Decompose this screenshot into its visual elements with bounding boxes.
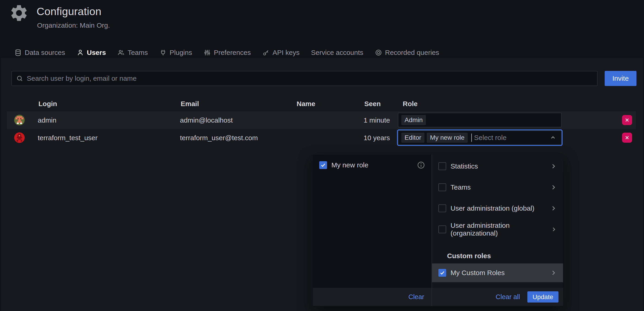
menu-option-user-administration-global[interactable]: User administration (global) — [432, 198, 563, 219]
checkbox-unchecked[interactable] — [438, 226, 446, 233]
page-subtitle: Organization: Main Org. — [37, 22, 110, 29]
info-icon[interactable] — [417, 161, 425, 169]
menu-option-label: User administration (organizational) — [450, 222, 546, 237]
header-seen: Seen — [364, 96, 381, 111]
chevron-right-icon — [550, 184, 557, 190]
menu-option-statistics[interactable]: Statistics — [432, 156, 563, 177]
page-header: Configuration Organization: Main Org. — [0, 0, 644, 45]
role-chip[interactable]: Editor — [401, 133, 424, 143]
tab-label: API keys — [272, 49, 300, 56]
role-chip[interactable]: My new role — [427, 133, 468, 143]
database-icon — [14, 49, 22, 56]
role-picker-menu: Statistics Teams User administration (gl… — [432, 154, 563, 306]
chevron-right-icon — [550, 270, 557, 276]
checkbox-unchecked[interactable] — [438, 184, 446, 191]
header-email: Email — [181, 96, 199, 111]
key-icon — [262, 49, 270, 56]
tab-label: Service accounts — [311, 49, 363, 56]
search-icon — [16, 75, 23, 82]
users-content: Invite Login Email Name Seen Role — [1, 58, 643, 311]
menu-option-teams[interactable]: Teams — [432, 177, 563, 198]
submenu-option-label: My new role — [332, 161, 368, 169]
clear-all-button[interactable]: Clear all — [496, 293, 520, 301]
avatar — [14, 132, 25, 143]
text-cursor — [471, 134, 472, 142]
tab-label: Plugins — [170, 49, 192, 56]
role-picker-submenu: My new role Clear — [313, 154, 432, 306]
chevron-up-icon[interactable] — [550, 134, 556, 141]
user-email: admin@localhost — [180, 111, 233, 129]
checkbox-unchecked[interactable] — [438, 162, 446, 170]
users-group-icon — [117, 49, 125, 56]
sliders-icon — [204, 49, 211, 56]
menu-option-my-custom-roles[interactable]: My Custom Roles — [432, 264, 563, 282]
menu-option-label: User administration (global) — [450, 204, 534, 212]
page-title: Configuration — [36, 5, 101, 18]
user-seen: 1 minute — [364, 111, 390, 129]
user-login: terraform_test_user — [38, 129, 98, 146]
header-role: Role — [403, 96, 418, 111]
role-select-admin[interactable]: Admin — [398, 113, 562, 127]
submenu-footer: Clear — [313, 288, 432, 306]
update-button[interactable]: Update — [527, 291, 558, 302]
checkbox-unchecked[interactable] — [438, 204, 446, 212]
tab-label: Users — [87, 49, 106, 56]
user-search — [12, 71, 598, 86]
check-icon — [440, 270, 445, 276]
tab-label: Recorded queries — [385, 49, 439, 56]
user-icon — [76, 49, 84, 56]
plug-icon — [160, 49, 167, 56]
users-table-header: Login Email Name Seen Role — [7, 96, 636, 111]
user-seen: 10 years — [364, 129, 390, 146]
search-input[interactable] — [27, 74, 593, 82]
user-email: terraform_user@test.com — [180, 129, 258, 146]
tab-label: Teams — [128, 49, 148, 56]
chevron-right-icon — [550, 205, 557, 212]
close-x-icon — [624, 117, 630, 123]
close-x-icon — [624, 135, 630, 140]
invite-button[interactable]: Invite — [605, 71, 636, 86]
avatar — [14, 115, 25, 125]
tab-label: Data sources — [25, 49, 65, 56]
menu-option-label: Teams — [450, 184, 471, 191]
delete-user-button[interactable] — [622, 133, 632, 143]
role-select-placeholder: Select role — [474, 134, 506, 142]
role-select-terraform-user[interactable]: Editor My new role Select role — [398, 130, 562, 145]
menu-option-label: Statistics — [450, 162, 478, 170]
check-icon — [320, 162, 326, 168]
delete-user-button[interactable] — [622, 115, 632, 125]
role-picker-dropdown: My new role Clear Statistics — [313, 154, 563, 306]
chevron-right-icon — [551, 226, 557, 232]
settings-gear-icon — [9, 3, 29, 23]
checkbox-checked[interactable] — [319, 161, 327, 169]
record-icon — [375, 49, 382, 56]
tab-label: Preferences — [214, 49, 251, 56]
menu-footer: Clear all Update — [432, 288, 563, 306]
chevron-right-icon — [550, 163, 557, 170]
checkbox-checked[interactable] — [438, 269, 446, 277]
grafana-configuration-page: Configuration Organization: Main Org. Da… — [0, 0, 644, 311]
header-login: Login — [38, 96, 57, 111]
submenu-option-my-new-role[interactable]: My new role — [313, 157, 432, 173]
clear-button[interactable]: Clear — [408, 293, 424, 301]
table-row-terraform-test-user: terraform_test_user terraform_user@test.… — [7, 129, 636, 146]
menu-option-user-administration-organizational[interactable]: User administration (organizational) — [432, 219, 563, 240]
role-chip[interactable]: Admin — [401, 115, 426, 125]
custom-roles-group-header: Custom roles — [447, 249, 491, 263]
menu-option-label: My Custom Roles — [450, 269, 505, 277]
header-name: Name — [296, 96, 315, 111]
table-row-admin: admin admin@localhost 1 minute Admin — [7, 111, 636, 129]
user-login: admin — [38, 111, 56, 129]
